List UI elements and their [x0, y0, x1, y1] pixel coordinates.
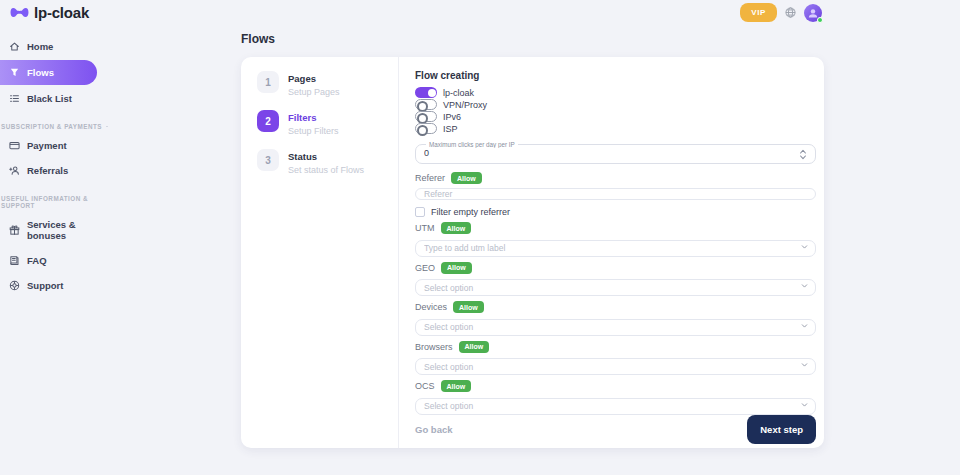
referer-label: Referer — [415, 173, 445, 183]
sidebar-item-home[interactable]: Home — [0, 35, 118, 58]
sidebar-item-label: Flows — [27, 67, 54, 78]
toggle-switch-on[interactable] — [415, 87, 437, 98]
step-number: 3 — [257, 149, 279, 171]
devices-select[interactable] — [415, 316, 816, 336]
devices-input[interactable] — [415, 319, 816, 336]
sidebar-item-payment[interactable]: Payment — [0, 134, 118, 157]
sidebar-item-services[interactable]: Services & bonuses — [0, 213, 118, 247]
lifebuoy-icon — [9, 280, 20, 291]
referer-label-row: Referer Allow — [415, 172, 816, 184]
divider — [106, 126, 108, 127]
filter-empty-label: Filter empty referrer — [431, 207, 510, 217]
vip-button[interactable]: VIP — [740, 3, 777, 22]
ocs-select[interactable] — [415, 395, 816, 415]
credit-card-icon — [9, 140, 20, 151]
geo-input[interactable] — [415, 279, 816, 296]
flow-creation-panel: 1 Pages Setup Pages 2 Filters Setup Filt… — [241, 57, 824, 448]
toggle-switch-off[interactable] — [415, 123, 437, 134]
user-avatar[interactable] — [804, 4, 822, 22]
geo-allow-badge: Allow — [441, 262, 472, 274]
next-step-button[interactable]: Next step — [747, 415, 816, 444]
browsers-group: Browsers Allow — [415, 336, 816, 376]
filter-empty-checkbox[interactable] — [415, 207, 425, 217]
sidebar: Home Flows Black List SUBSCRIPTION & PAY… — [0, 33, 118, 299]
toggle-ipv6[interactable]: IPv6 — [415, 111, 816, 122]
step-title: Status — [288, 151, 364, 162]
sidebar-item-referrals[interactable]: Referrals — [0, 159, 118, 182]
utm-select[interactable] — [415, 237, 816, 257]
ocs-group: OCS Allow — [415, 375, 816, 415]
step-status[interactable]: 3 Status Set status of Flows — [257, 149, 398, 175]
step-number: 1 — [257, 71, 279, 93]
geo-label: GEO — [415, 263, 435, 273]
globe-icon — [785, 7, 796, 18]
utm-input[interactable] — [415, 240, 816, 257]
browsers-input[interactable] — [415, 358, 816, 375]
step-filters[interactable]: 2 Filters Setup Filters — [257, 110, 398, 136]
sidebar-item-label: Payment — [27, 140, 67, 151]
sidebar-item-label: Support — [27, 280, 63, 291]
max-clicks-field: Maximum clicks per day per IP — [415, 141, 816, 164]
utm-group: UTM Allow — [415, 217, 816, 257]
referer-input[interactable] — [415, 188, 816, 200]
online-status-dot — [817, 17, 823, 23]
toggle-switch-off[interactable] — [415, 99, 437, 110]
form-title: Flow creating — [415, 70, 816, 81]
geo-select[interactable] — [415, 277, 816, 297]
step-subtitle: Setup Filters — [288, 126, 339, 136]
step-title: Filters — [288, 112, 339, 123]
home-icon — [9, 41, 20, 52]
devices-label: Devices — [415, 302, 447, 312]
sidebar-section-subscription: SUBSCRIPTION & PAYMENTS — [1, 123, 108, 130]
browsers-select[interactable] — [415, 356, 816, 376]
geo-group: GEO Allow — [415, 257, 816, 297]
flows-icon — [9, 67, 20, 78]
header-actions: VIP — [740, 3, 822, 22]
step-subtitle: Setup Pages — [288, 87, 340, 97]
language-button[interactable] — [785, 7, 796, 18]
toggle-vpn-proxy[interactable]: VPN/Proxy — [415, 99, 816, 110]
toggle-lp-cloak[interactable]: lp-cloak — [415, 87, 816, 98]
referer-allow-badge: Allow — [451, 172, 482, 184]
faq-book-icon — [9, 255, 20, 266]
step-title: Pages — [288, 73, 340, 84]
devices-allow-badge: Allow — [453, 301, 484, 313]
sidebar-item-label: Home — [27, 41, 53, 52]
gift-icon — [9, 225, 20, 236]
sidebar-item-black-list[interactable]: Black List — [0, 87, 118, 110]
form-footer: Go back Next step — [415, 415, 816, 444]
number-stepper[interactable] — [799, 149, 807, 160]
ocs-label: OCS — [415, 381, 435, 391]
sidebar-item-flows[interactable]: Flows — [0, 60, 97, 85]
sidebar-item-label: Black List — [27, 93, 72, 104]
sidebar-item-label: Referrals — [27, 165, 68, 176]
toggle-switch-off[interactable] — [415, 111, 437, 122]
go-back-button[interactable]: Go back — [415, 424, 453, 435]
browsers-label: Browsers — [415, 342, 453, 352]
sidebar-item-support[interactable]: Support — [0, 274, 118, 297]
filter-empty-referrer-row[interactable]: Filter empty referrer — [415, 207, 816, 217]
sidebar-item-label: FAQ — [27, 255, 47, 266]
filters-form: Flow creating lp-cloak VPN/Proxy IPv6 IS… — [399, 57, 824, 448]
page-title: Flows — [241, 32, 275, 46]
utm-allow-badge: Allow — [441, 222, 472, 234]
brand-name: lp-cloak — [34, 4, 89, 21]
browsers-allow-badge: Allow — [459, 341, 490, 353]
toggle-isp[interactable]: ISP — [415, 123, 816, 134]
add-user-icon — [9, 165, 20, 176]
mask-logo-icon — [10, 7, 29, 19]
sidebar-item-faq[interactable]: FAQ — [0, 249, 118, 272]
max-clicks-input[interactable] — [424, 148, 799, 160]
ocs-input[interactable] — [415, 398, 816, 415]
list-icon — [9, 93, 20, 104]
stepper: 1 Pages Setup Pages 2 Filters Setup Filt… — [241, 57, 399, 448]
devices-group: Devices Allow — [415, 296, 816, 336]
app-logo[interactable]: lp-cloak — [10, 4, 89, 21]
ocs-allow-badge: Allow — [441, 380, 472, 392]
step-subtitle: Set status of Flows — [288, 165, 364, 175]
sidebar-section-support: USEFUL INFORMATION & SUPPORT — [1, 195, 108, 209]
step-number: 2 — [257, 110, 279, 132]
utm-label: UTM — [415, 223, 435, 233]
stepper-arrows-icon — [799, 149, 807, 160]
step-pages[interactable]: 1 Pages Setup Pages — [257, 71, 398, 97]
